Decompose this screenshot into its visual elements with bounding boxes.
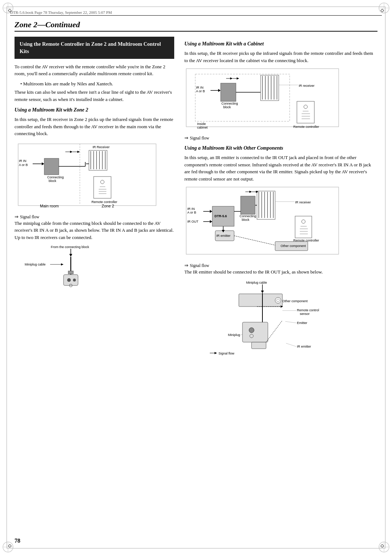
signal-flow-text2: Signal flow	[190, 136, 209, 140]
svg-marker-50	[69, 254, 72, 257]
svg-marker-53	[61, 263, 64, 266]
svg-text:Zone 2: Zone 2	[102, 204, 114, 208]
svg-rect-15	[381, 544, 384, 547]
svg-line-158	[266, 320, 282, 342]
svg-text:IR receiver: IR receiver	[295, 200, 311, 204]
signal-arrow-icon1: ⇒	[15, 214, 19, 220]
header-bar: DTR-5.6.book Page 78 Thursday, September…	[10, 10, 382, 16]
section1-text: In this setup, the IR receiver in Zone 2…	[15, 116, 174, 137]
svg-text:Connecting: Connecting	[47, 175, 64, 179]
right-section3-text: The IR emitter should be connected to th…	[184, 268, 377, 276]
svg-text:cabinet: cabinet	[197, 126, 208, 129]
svg-text:Main room: Main room	[40, 204, 59, 208]
svg-rect-81	[297, 101, 314, 123]
svg-text:Other component: Other component	[282, 299, 308, 303]
diagram-cabinet-container: Inside cabinet IR IN A or B Connecting b…	[184, 67, 377, 141]
highlight-box-text: Using the Remote Controller in Zone 2 an…	[20, 41, 161, 54]
svg-text:block: block	[242, 218, 250, 222]
svg-marker-160	[215, 352, 217, 354]
diagram-components-svg: IR IN A or B IR OUT DTR-5.6 Connecting b…	[184, 185, 340, 262]
svg-text:A or B: A or B	[187, 211, 196, 214]
signal-flow-label3: ⇒ Signal flow	[184, 263, 377, 268]
diamond-bl	[8, 543, 12, 547]
svg-text:Inside: Inside	[197, 122, 206, 126]
left-column: Using the Remote Controller in Zone 2 an…	[15, 37, 174, 358]
svg-text:block: block	[49, 179, 57, 183]
svg-line-145	[286, 343, 296, 347]
svg-rect-116	[295, 216, 312, 238]
svg-text:Miniplug cable: Miniplug cable	[246, 281, 267, 284]
svg-text:sensor: sensor	[300, 312, 310, 316]
page-number: 78	[15, 538, 20, 544]
signal-arrow-icon3: ⇒	[184, 263, 188, 268]
signal-arrow-icon2: ⇒	[184, 135, 188, 141]
svg-line-143	[285, 321, 296, 323]
diagram1-svg: Main room Zone 2 IR IN A or B Connecting…	[15, 140, 160, 213]
header-text: DTR-5.6.book Page 78 Thursday, September…	[10, 10, 112, 15]
svg-text:Other component: Other component	[281, 244, 306, 248]
svg-text:Remote controller: Remote controller	[293, 125, 319, 129]
corner-br	[377, 540, 391, 554]
right-column: Using a Multiroom Kit with a Cabinet In …	[184, 37, 377, 358]
svg-rect-154	[252, 342, 266, 349]
svg-text:Remote controller: Remote controller	[91, 200, 117, 204]
highlight-box: Using the Remote Controller in Zone 2 an…	[15, 37, 174, 59]
svg-rect-14	[8, 544, 11, 547]
signal-flow-text3: Signal flow	[190, 263, 209, 268]
section1-title: Using a Multiroom Kit with Zone 2	[15, 107, 174, 113]
signal-flow-label2: ⇒ Signal flow	[184, 135, 377, 141]
svg-point-57	[67, 278, 71, 282]
svg-rect-55	[68, 271, 73, 274]
svg-text:IR emitter: IR emitter	[297, 345, 311, 348]
diagram1-container: Main room Zone 2 IR IN A or B Connecting…	[15, 140, 174, 220]
diagram-emitter-svg: Miniplug cable Other component Remote co…	[184, 279, 340, 358]
svg-text:IR IN: IR IN	[187, 207, 195, 211]
diagram2-svg: From the connecting block Miniplug cable	[15, 244, 123, 291]
svg-rect-68	[221, 83, 236, 101]
right-section1-title: Using a Multiroom Kit with a Cabinet	[184, 41, 377, 47]
diagram-components-container: IR IN A or B IR OUT DTR-5.6 Connecting b…	[184, 185, 377, 268]
svg-rect-151	[242, 322, 268, 342]
diagram-cabinet-svg: Inside cabinet IR IN A or B Connecting b…	[184, 67, 340, 134]
signal-flow-text1: Signal flow	[20, 215, 39, 219]
two-column-layout: Using the Remote Controller in Zone 2 an…	[15, 37, 377, 358]
svg-text:DTR-5.6: DTR-5.6	[215, 214, 227, 218]
svg-text:Signal flow: Signal flow	[219, 352, 234, 355]
svg-text:block: block	[223, 105, 231, 109]
svg-text:IR emitter: IR emitter	[216, 234, 230, 238]
svg-text:IR Receiver: IR Receiver	[93, 145, 110, 149]
extra-text: These kits can also be used when there i…	[15, 89, 174, 103]
svg-rect-37	[94, 177, 111, 198]
svg-rect-24	[44, 158, 59, 175]
svg-text:Connecting: Connecting	[240, 214, 256, 218]
right-section2-title: Using a Multiroom Kit with Other Compone…	[184, 145, 377, 151]
bullet-text: Multiroom kits are made by Niles and Xan…	[15, 80, 174, 88]
signal-flow-label1: ⇒ Signal flow	[15, 214, 174, 220]
svg-text:Connecting: Connecting	[221, 102, 238, 105]
svg-text:Remote control: Remote control	[297, 308, 319, 312]
svg-text:Miniplug cable: Miniplug cable	[25, 263, 46, 266]
svg-point-58	[73, 279, 76, 281]
svg-text:A or B: A or B	[19, 163, 28, 167]
svg-text:Emitter: Emitter	[297, 321, 307, 325]
right-section2-text: In this setup, an IR emitter is connecte…	[184, 154, 377, 182]
svg-text:IR OUT: IR OUT	[187, 220, 199, 223]
svg-text:IR IN: IR IN	[196, 86, 204, 89]
svg-point-149	[275, 297, 281, 303]
svg-rect-16	[18, 144, 156, 206]
right-section1-text: In this setup, the IR receiver picks up …	[184, 50, 377, 64]
svg-rect-92	[186, 187, 339, 254]
svg-text:Miniplug: Miniplug	[228, 333, 240, 337]
intro-text: To control the AV receiver with the remo…	[15, 63, 174, 77]
page-title: Zone 2—Continued	[15, 20, 377, 32]
from-connecting-block-text: From the connecting block	[51, 245, 89, 249]
diamond-br	[380, 543, 384, 547]
svg-marker-136	[261, 291, 264, 293]
svg-text:IR IN: IR IN	[19, 159, 26, 163]
svg-point-152	[249, 328, 254, 333]
svg-text:IR receiver: IR receiver	[299, 84, 315, 88]
diagram-emitter-container: Miniplug cable Other component Remote co…	[184, 279, 377, 358]
section2-text: The miniplug cable from the connecting b…	[15, 220, 174, 241]
main-content: Zone 2—Continued Using the Remote Contro…	[15, 20, 377, 535]
diagram2-container: From the connecting block Miniplug cable	[15, 244, 174, 291]
